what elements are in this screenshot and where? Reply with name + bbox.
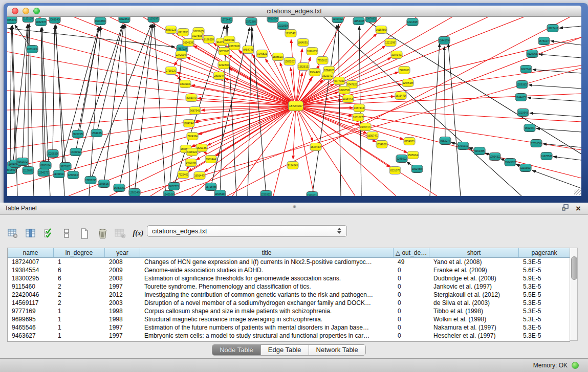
table-cell[interactable]: 5.5E-5 xyxy=(519,291,570,299)
table-cell[interactable]: 14569117 xyxy=(8,299,54,307)
tab-edge-table[interactable]: Edge Table xyxy=(261,345,309,355)
table-cell[interactable]: de Silva et al. (2003) xyxy=(429,299,519,307)
network-node[interactable]: 9124543 xyxy=(287,161,299,169)
table-cell[interactable]: 18300295 xyxy=(8,274,54,282)
table-cell[interactable]: Franke et al. (2009) xyxy=(429,266,519,274)
network-node[interactable]: 15344576 xyxy=(310,143,322,151)
network-node[interactable]: 12975185 xyxy=(402,79,414,87)
network-node[interactable]: 9692071 xyxy=(524,124,536,132)
table-mode-icon[interactable] xyxy=(7,228,18,239)
table-cell[interactable]: 1 xyxy=(54,315,105,323)
table-cell[interactable]: 49 xyxy=(394,258,429,266)
network-node[interactable]: 8995014 xyxy=(40,161,52,169)
network-node[interactable]: 17359924 xyxy=(70,148,82,156)
network-node[interactable]: 12942757 xyxy=(38,168,50,177)
table-cell[interactable]: 1997 xyxy=(105,323,140,332)
table-row[interactable]: 2242004622012Investigating the contribut… xyxy=(8,291,570,299)
network-node[interactable]: 19404023 xyxy=(332,17,344,23)
table-cell[interactable]: Jankovic et al. (1997) xyxy=(429,282,519,291)
network-node[interactable]: 3498222 xyxy=(186,148,198,156)
float-panel-icon[interactable] xyxy=(562,204,570,213)
table-cell[interactable]: 5.3E-5 xyxy=(519,323,570,332)
network-node[interactable]: 10954322 xyxy=(489,152,501,161)
network-node[interactable]: 11675538 xyxy=(541,152,553,160)
network-node[interactable]: 12103504 xyxy=(520,164,532,172)
table-cell[interactable]: 5.3E-5 xyxy=(519,315,570,323)
column-header-short[interactable]: short xyxy=(429,248,519,258)
network-node[interactable]: 7485063 xyxy=(399,66,410,74)
table-cell[interactable]: Dudbridge et al. (2008) xyxy=(429,274,519,282)
network-node[interactable]: 21351392 xyxy=(23,17,34,23)
table-cell[interactable]: Wolkin et al. (1998) xyxy=(429,315,519,323)
network-canvas[interactable]: 1872400720553790213513929862578206914061… xyxy=(7,17,581,196)
network-node[interactable]: 16914479 xyxy=(194,171,206,180)
network-node[interactable]: 19218506 xyxy=(277,21,289,30)
network-node[interactable]: 10674437 xyxy=(354,104,365,112)
column-header-out_de[interactable]: △ out_de… xyxy=(394,248,429,258)
network-node[interactable]: 9129966 xyxy=(527,50,538,58)
network-node[interactable]: 16961758 xyxy=(307,47,318,55)
table-cell[interactable]: 18724007 xyxy=(8,258,54,266)
table-cell[interactable]: 1 xyxy=(54,332,105,340)
network-node[interactable]: 9210643 xyxy=(517,108,529,117)
splitter-handle[interactable]: ◉ xyxy=(293,204,296,209)
resize-grip[interactable] xyxy=(574,189,581,195)
network-node[interactable]: 16033809 xyxy=(95,17,106,25)
network-node[interactable]: 15497477 xyxy=(360,123,372,131)
network-node[interactable]: 16957473 xyxy=(367,132,379,140)
table-row[interactable]: 977716911998Corpus callosum shape and si… xyxy=(8,307,570,315)
table-cell[interactable]: 9463627 xyxy=(8,332,54,340)
network-node[interactable]: 8912953 xyxy=(178,28,189,36)
network-node[interactable]: 9161355 xyxy=(474,147,486,155)
tab-network-table[interactable]: Network Table xyxy=(309,345,365,355)
show-column-icon[interactable] xyxy=(25,228,36,239)
table-cell[interactable]: 5.3E-5 xyxy=(519,332,570,340)
column-header-title[interactable]: title xyxy=(140,248,394,258)
network-node[interactable]: 9552277 xyxy=(440,137,451,145)
table-cell[interactable]: Yano et al. (2008) xyxy=(429,258,519,266)
network-node[interactable]: 20553790 xyxy=(7,17,17,24)
table-cell[interactable]: 1 xyxy=(54,258,105,266)
table-cell[interactable]: Embryonic stem cells: a model to study s… xyxy=(140,332,394,340)
network-node[interactable]: 18949354 xyxy=(91,129,103,137)
network-node[interactable]: 20876852 xyxy=(365,17,377,23)
table-selector-dropdown[interactable]: citations_edges.txt xyxy=(147,225,347,237)
network-node[interactable]: 10549363 xyxy=(376,140,388,148)
network-node[interactable]: 16782759 xyxy=(114,184,125,192)
network-node[interactable]: 11451914 xyxy=(53,170,65,178)
table-cell[interactable]: Investigating the contribution of common… xyxy=(140,291,394,299)
network-node[interactable]: 18497568 xyxy=(339,86,351,94)
network-node[interactable]: 15718485 xyxy=(205,183,217,191)
table-cell[interactable]: 2003 xyxy=(105,299,140,307)
network-node[interactable]: 12213967 xyxy=(385,38,397,47)
column-header-name[interactable]: name xyxy=(8,248,54,258)
table-cell[interactable]: Tourette syndrome. Phenomenology and cla… xyxy=(140,282,394,291)
network-node[interactable]: 12505135 xyxy=(68,171,79,179)
table-cell[interactable]: Estimation of the future numbers of pati… xyxy=(140,323,394,332)
table-cell[interactable]: Corpus callosum shape and size in male p… xyxy=(140,307,394,315)
table-cell[interactable]: 9777169 xyxy=(8,307,54,315)
network-node[interactable]: 9242848 xyxy=(218,61,230,69)
network-node[interactable]: 16164736 xyxy=(395,92,407,100)
network-node[interactable]: 16210721 xyxy=(322,72,334,80)
network-node[interactable]: 15059342 xyxy=(407,151,419,159)
network-node[interactable]: 12213987 xyxy=(407,18,419,26)
network-node[interactable]: 16154808 xyxy=(376,26,387,34)
table-cell[interactable]: Nakamura et al. (1997) xyxy=(429,323,519,332)
network-node[interactable]: 6791919 xyxy=(458,142,469,150)
network-node[interactable]: 9975887 xyxy=(60,162,72,170)
table-cell[interactable]: 5.9E-5 xyxy=(519,274,570,282)
network-node[interactable]: 18923514 xyxy=(119,17,130,23)
network-node[interactable]: 9146821 xyxy=(256,50,268,58)
table-cell[interactable]: 1998 xyxy=(105,315,140,323)
network-node[interactable]: 12093852 xyxy=(516,80,528,89)
network-node[interactable]: 20206556 xyxy=(47,149,59,158)
table-cell[interactable]: 0 xyxy=(394,282,429,291)
network-node[interactable]: 9087943 xyxy=(189,106,201,115)
function-icon[interactable]: f(x) xyxy=(133,228,144,239)
network-node[interactable]: 12421087 xyxy=(163,190,175,196)
delete-trash-icon[interactable] xyxy=(97,228,108,239)
network-node[interactable]: 11123417 xyxy=(547,24,559,32)
table-cell[interactable]: 0 xyxy=(394,291,429,299)
table-row[interactable]: 1872400712008Changes of HCN gene express… xyxy=(8,258,570,266)
